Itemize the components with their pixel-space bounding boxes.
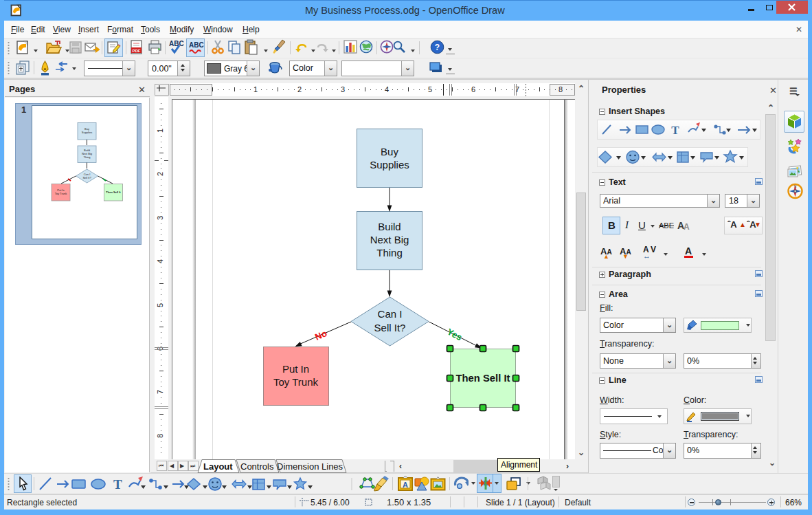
svg-text:Dimension Lines: Dimension Lines <box>277 461 343 472</box>
svg-text:A: A <box>403 481 408 489</box>
svg-text:N: N <box>794 185 796 188</box>
svg-text:Can I: Can I <box>378 308 403 320</box>
svg-text:Controls: Controls <box>240 461 274 472</box>
svg-text:Thing: Thing <box>376 247 403 259</box>
svg-text:T: T <box>113 477 122 492</box>
svg-text:Put In: Put In <box>282 363 309 375</box>
svg-text:No: No <box>313 328 328 342</box>
svg-text:Next Big: Next Big <box>370 234 409 245</box>
svg-text:Buy: Buy <box>381 146 398 157</box>
svg-text:T: T <box>671 124 679 137</box>
svg-text:Layout: Layout <box>203 461 233 472</box>
svg-text:Yes: Yes <box>445 327 464 343</box>
svg-text:Sell It?: Sell It? <box>374 322 406 333</box>
svg-text:Then Sell It: Then Sell It <box>456 373 510 384</box>
svg-text:Build: Build <box>378 221 401 232</box>
svg-text:Supplies: Supplies <box>370 159 409 171</box>
svg-text:Toy Trunk: Toy Trunk <box>273 376 319 388</box>
